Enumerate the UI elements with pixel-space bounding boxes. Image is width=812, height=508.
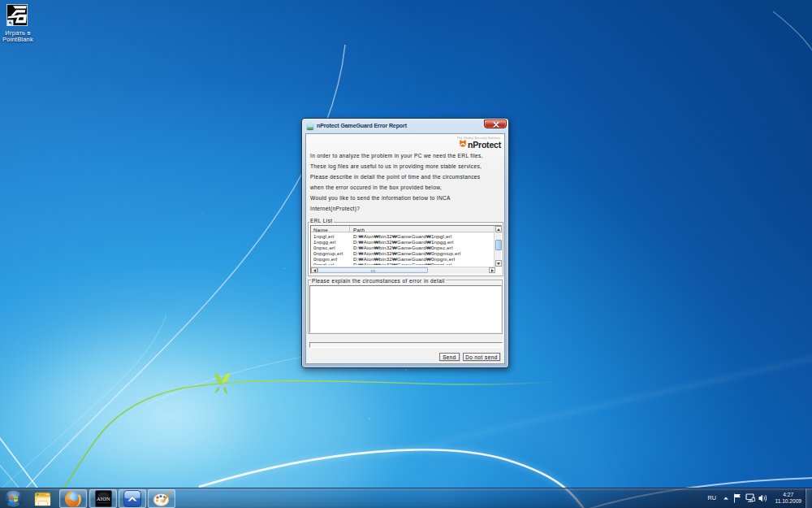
svg-text:AION: AION bbox=[97, 496, 110, 501]
